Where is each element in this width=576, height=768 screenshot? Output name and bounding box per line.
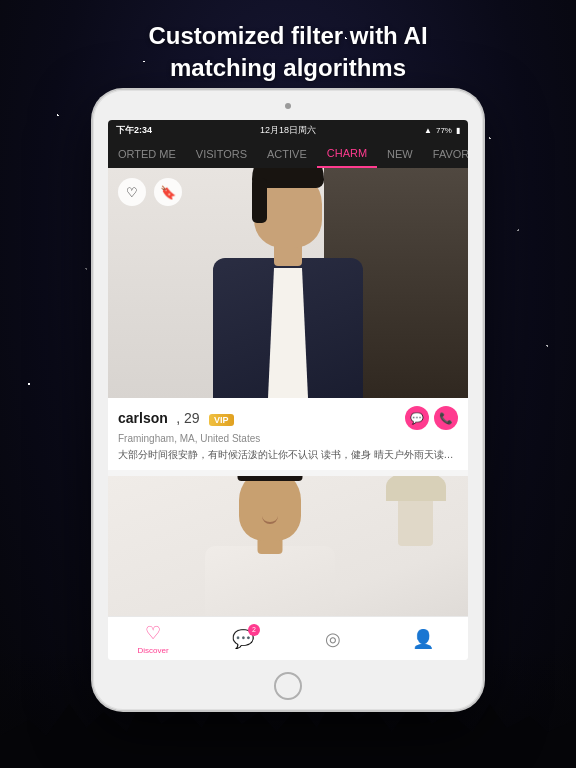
hair-side	[252, 178, 267, 223]
profile-photo-2	[108, 476, 468, 616]
bottom-nav: ♡ Discover 💬 ◎ 👤	[108, 616, 468, 660]
battery-icon: ▮	[456, 126, 460, 135]
profile-card-2: ⧕ Filters	[108, 476, 468, 616]
profile-name-group: carlson , 29 VIP	[118, 409, 234, 427]
signal-text: 77%	[436, 126, 452, 135]
shirt-2	[205, 546, 335, 616]
ipad-frame: 下午2:34 12月18日周六 ▲ 77% ▮ ORTED ME VISITOR…	[93, 90, 483, 710]
nav-explore[interactable]: ◎	[288, 628, 378, 650]
hair-2	[238, 476, 303, 481]
status-date: 12月18日周六	[260, 124, 316, 137]
app-screen: 下午2:34 12月18日周六 ▲ 77% ▮ ORTED ME VISITOR…	[108, 120, 468, 660]
nav-discover[interactable]: ♡ Discover	[108, 622, 198, 655]
favorite-button[interactable]: ♡	[118, 178, 146, 206]
nav-tabs: ORTED ME VISITORS ACTIVE CHARM NEW FAVOR…	[108, 140, 468, 168]
ipad-camera	[285, 103, 291, 109]
profile-icon: 👤	[412, 628, 434, 650]
vip-badge: VIP	[209, 414, 234, 426]
headline-text-2: matching algorithms	[170, 54, 406, 81]
card-actions: ♡ 🔖	[118, 178, 182, 206]
shirt	[268, 268, 308, 398]
discover-label: Discover	[137, 646, 168, 655]
status-bar: 下午2:34 12月18日周六 ▲ 77% ▮	[108, 120, 468, 140]
contact-icons: 💬 📞	[405, 406, 458, 430]
lamp-shade	[386, 476, 446, 501]
tab-favorited-me[interactable]: ORTED ME	[108, 140, 186, 168]
chat-icon[interactable]: 💬	[405, 406, 429, 430]
head-2	[239, 476, 301, 541]
tab-charm[interactable]: CHARM	[317, 140, 377, 168]
wifi-icon: ▲	[424, 126, 432, 135]
ipad-screen: 下午2:34 12月18日周六 ▲ 77% ▮ ORTED ME VISITOR…	[108, 120, 468, 660]
tab-new[interactable]: NEW	[377, 140, 423, 168]
messages-icon: 💬	[232, 628, 254, 650]
profile-info-1: carlson , 29 VIP 💬 📞 Framingham, MA, Uni…	[108, 398, 468, 470]
discover-icon: ♡	[145, 622, 161, 644]
profile-location: Framingham, MA, United States	[118, 433, 458, 444]
bookmark-button[interactable]: 🔖	[154, 178, 182, 206]
profile-name-row: carlson , 29 VIP 💬 📞	[118, 406, 458, 430]
profile-bio: 大部分时间很安静，有时候活泼的让你不认识 读书，健身 晴天户外雨天读书 知识，健…	[118, 448, 458, 462]
tab-visitors[interactable]: VISITORS	[186, 140, 257, 168]
status-time: 下午2:34	[116, 124, 152, 137]
profile-age: , 29	[176, 410, 199, 426]
call-icon[interactable]: 📞	[434, 406, 458, 430]
nav-profile[interactable]: 👤	[378, 628, 468, 650]
profile-name: carlson	[118, 410, 168, 426]
profile-photo-1: ♡ 🔖	[108, 168, 468, 398]
explore-icon: ◎	[325, 628, 341, 650]
headline-text: Customized filter with AI	[148, 22, 427, 49]
scroll-content[interactable]: ♡ 🔖 carlson , 29 VIP 💬	[108, 168, 468, 616]
headline: Customized filter with AI matching algor…	[0, 20, 576, 85]
tab-active[interactable]: ACTIVE	[257, 140, 317, 168]
tab-favorited[interactable]: FAVORITED	[423, 140, 468, 168]
profile-card-1: ♡ 🔖 carlson , 29 VIP 💬	[108, 168, 468, 470]
ipad-home-button[interactable]	[274, 672, 302, 700]
nav-messages[interactable]: 💬	[198, 628, 288, 650]
status-icons: ▲ 77% ▮	[424, 126, 460, 135]
